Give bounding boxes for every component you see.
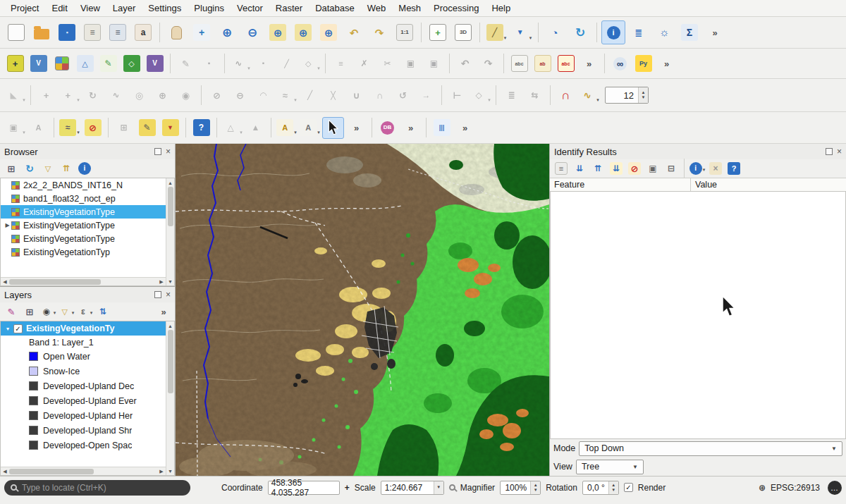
layer-labeling-dropdown-arrow[interactable]: ▾ — [294, 130, 297, 138]
collapse-tree-button[interactable]: ⇈ — [589, 161, 607, 176]
menu-help[interactable]: Help — [485, 0, 517, 16]
scroll-right-icon[interactable]: ▶ — [157, 467, 166, 476]
spin-arrows-icon[interactable]: ▲▼ — [638, 87, 648, 103]
browser-collapse-all-button[interactable]: ⇈ — [57, 161, 75, 176]
layers-overflow-button[interactable]: » — [154, 304, 173, 319]
manage-map-themes-button[interactable]: ◉▾ — [39, 304, 57, 319]
browser-vertical-scrollbar[interactable]: ▲ ▼ — [166, 178, 174, 285]
add-mesh-layer-button[interactable]: △ — [74, 53, 96, 75]
layer-visibility-checkbox[interactable]: ✓ — [13, 324, 23, 333]
browser-item[interactable]: 2x2_2_BANDS_INT16_N — [1, 178, 174, 192]
enable-advanced-digitizing-dropdown-arrow[interactable]: ▾ — [23, 97, 25, 106]
save-project-button[interactable]: ▪ — [55, 20, 79, 44]
spatial-bookmarks-button[interactable]: ▼▾ — [510, 20, 534, 44]
column-header-value[interactable]: Value — [691, 178, 846, 191]
enable-tracing-dropdown-arrow[interactable]: ▾ — [596, 97, 599, 106]
identify-form-view-button[interactable]: ≡ — [552, 161, 570, 176]
form-annotation-button[interactable]: ▼ — [159, 117, 181, 139]
browser-item[interactable]: ExistingVegetationTyp — [1, 245, 174, 259]
scroll-up-icon[interactable]: ▲ — [166, 178, 175, 187]
identify-settings-button[interactable]: × — [706, 161, 725, 176]
identify-close-icon[interactable]: × — [837, 148, 842, 155]
labeling-options-button[interactable]: abc — [508, 53, 530, 75]
new-map-view-button[interactable]: + — [426, 20, 450, 44]
scroll-down-icon[interactable]: ▼ — [166, 467, 175, 475]
identify-mode-menu-dropdown-arrow[interactable]: ▾ — [703, 167, 706, 176]
menu-mesh[interactable]: Mesh — [392, 0, 427, 16]
browser-item[interactable]: ▶ExistingVegetationType — [1, 219, 174, 232]
new-temporary-scratch-layer-dropdown-arrow[interactable]: ▾ — [77, 130, 80, 138]
temporal-controller-button[interactable]: ◔ — [543, 20, 567, 44]
clear-results-button[interactable]: ⊘ — [625, 161, 644, 176]
scroll-left-icon[interactable]: ◀ — [1, 278, 9, 286]
magnifier-spinbox[interactable]: 100% ▲▼ — [500, 481, 541, 495]
processing-toolbox-button[interactable]: Σ — [678, 20, 701, 44]
zoom-last-button[interactable]: ↶ — [342, 20, 366, 44]
menu-plugins[interactable]: Plugins — [188, 0, 231, 16]
locate-box[interactable] — [4, 480, 190, 496]
legend-item[interactable]: Developed-Upland Shr — [1, 423, 174, 438]
scroll-thumb[interactable] — [168, 187, 173, 226]
browser-item[interactable]: ExistingVegetationType — [1, 232, 174, 245]
python-console-button[interactable]: Py — [632, 53, 654, 75]
menu-web[interactable]: Web — [361, 0, 393, 16]
extents-icon[interactable]: + — [345, 483, 350, 493]
layer-item-raster[interactable]: ▾ ✓ ExistingVegetationTy — [1, 321, 174, 336]
layers-vertical-scrollbar[interactable]: ▲ ▼ — [166, 321, 174, 475]
identify-features-button[interactable]: i — [601, 20, 625, 44]
new-temporary-scratch-layer-button[interactable]: ≈▾ — [59, 117, 80, 139]
paste-style-dropdown-arrow[interactable]: ▾ — [23, 130, 25, 138]
browser-refresh-button[interactable]: ↻ — [20, 161, 39, 176]
legend-item[interactable]: Snow-Ice — [1, 364, 174, 379]
snapping-options-button[interactable]: ∩ — [555, 85, 577, 106]
menu-database[interactable]: Database — [309, 0, 361, 16]
highlight-pinned-labels-button[interactable]: abc — [555, 53, 577, 75]
expand-new-results-button[interactable]: ⇊ — [607, 161, 625, 176]
filter-by-expression-dropdown-arrow[interactable]: ▾ — [90, 310, 93, 319]
layer-labeling-button[interactable]: A▾ — [276, 117, 298, 139]
scroll-right-icon[interactable]: ▶ — [157, 278, 166, 286]
vertex-tool-all-layers-dropdown-arrow[interactable]: ▾ — [488, 97, 491, 106]
statistical-summary-button[interactable]: ≣ — [627, 20, 651, 44]
enable-tracing-button[interactable]: ∿▾ — [578, 85, 600, 106]
browser-item[interactable]: band1_float32_noct_ep — [1, 192, 174, 205]
new-shapefile-layer-button[interactable]: ✎ — [97, 53, 119, 75]
new-project-button[interactable] — [4, 20, 28, 44]
menu-vector[interactable]: Vector — [231, 0, 269, 16]
pan-map-button[interactable] — [164, 20, 188, 44]
label-toolbar-overflow-button[interactable]: » — [578, 53, 600, 75]
add-group-button[interactable]: ⊞ — [20, 304, 39, 319]
web-overflow-button[interactable]: » — [454, 117, 476, 139]
show-unplaced-labels-button[interactable]: ⊘ — [82, 117, 104, 139]
browser-horizontal-scrollbar[interactable]: ◀ ▶ — [1, 277, 166, 285]
filter-by-expression-button[interactable]: ε▾ — [75, 304, 94, 319]
menu-processing[interactable]: Processing — [427, 0, 485, 16]
legend-item[interactable]: Developed-Upland Dec — [1, 379, 174, 393]
annotation-tool-button[interactable]: ✎ — [136, 117, 158, 139]
db-manager-button[interactable]: DB — [376, 117, 398, 139]
zoom-out-button[interactable]: ⊖ — [240, 20, 264, 44]
expand-tree-button[interactable]: ⇊ — [570, 161, 589, 176]
filter-legend-dropdown-arrow[interactable]: ▾ — [72, 310, 75, 319]
column-header-feature[interactable]: Feature — [550, 178, 691, 191]
layer-caret-icon[interactable]: ▾ — [4, 326, 12, 332]
layer-diagram-dropdown-arrow[interactable]: ▾ — [317, 130, 320, 138]
identify-mode-menu-button[interactable]: i▾ — [688, 161, 706, 176]
mesh-digitizing-dropdown-arrow[interactable]: ▾ — [240, 130, 243, 138]
manage-map-themes-dropdown-arrow[interactable]: ▾ — [54, 310, 56, 319]
browser-float-icon[interactable] — [154, 148, 161, 155]
identify-results-area[interactable] — [550, 191, 846, 439]
scroll-thumb[interactable] — [168, 330, 173, 393]
scroll-thumb[interactable] — [9, 279, 101, 285]
crs-indicator[interactable]: EPSG:26913 — [771, 483, 820, 493]
browser-item[interactable]: ExistingVegetationType — [1, 205, 174, 219]
digitize-with-segment-dropdown-arrow[interactable]: ▾ — [247, 66, 250, 74]
new-3d-map-view-button[interactable]: 3D — [451, 20, 475, 44]
legend-item[interactable]: Developed-Upland Ever — [1, 393, 174, 408]
expand-collapse-all-button[interactable]: ⇅ — [94, 304, 112, 319]
legend-item[interactable]: Developed-Open Spac — [1, 438, 174, 453]
refresh-map-button[interactable]: ↻ — [568, 20, 592, 44]
copy-move-feature-dropdown-arrow[interactable]: ▾ — [77, 97, 80, 106]
legend-item[interactable]: Open Water — [1, 349, 174, 364]
new-geopackage-layer-button[interactable]: ◇ — [121, 53, 142, 75]
